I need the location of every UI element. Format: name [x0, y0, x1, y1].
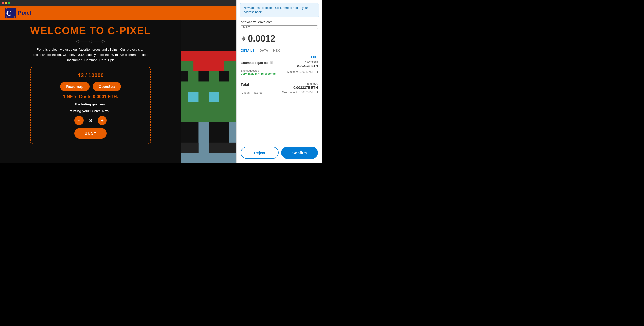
svg-rect-7	[181, 51, 236, 61]
svg-rect-16	[181, 143, 198, 153]
logo-container: C Pixel	[5, 8, 32, 18]
gas-fee-label: Estimated gas fee i	[241, 61, 273, 65]
likelihood-text: Very likely in < 15 seconds	[241, 72, 276, 75]
browser-bar	[0, 0, 236, 6]
tab-data[interactable]: DATA	[260, 47, 268, 54]
svg-rect-11	[219, 71, 229, 82]
total-row: Total 0.0033375 0.0033375 ETH	[241, 83, 318, 90]
opensea-button[interactable]: OpenSea	[93, 82, 121, 91]
tab-details[interactable]: DETAILS	[241, 47, 255, 54]
max-amount-label: Max amount:	[282, 91, 298, 94]
max-fee-text: Max fee: 0.0021375 ETH	[287, 70, 318, 73]
logo-icon: C	[5, 8, 16, 18]
total-values: 0.0033375 0.0033375 ETH	[293, 83, 318, 90]
website-panel: C Pixel WELCOME TO C-PIXEL ◇——◇——◇ For t…	[0, 0, 236, 163]
excluding-fees-text: Excluding gas fees.	[75, 102, 106, 106]
transaction-tabs: DETAILS DATA HEX	[237, 47, 322, 54]
close-dot[interactable]	[2, 2, 4, 4]
svg-rect-9	[181, 71, 188, 82]
expand-dot[interactable]	[8, 2, 10, 4]
metamask-panel: New address detected! Click here to add …	[236, 0, 322, 163]
minting-status-text: Minting your C-Pixel Nfts...	[70, 109, 111, 113]
total-label: Total	[241, 83, 249, 87]
busy-button[interactable]: BUSY	[74, 128, 107, 139]
action-buttons-row: Reject Confirm	[237, 143, 322, 163]
site-url: http://cpixel.eb2a.com	[237, 19, 322, 25]
cost-text: 1 NFTs Costs 0.0001 ETH.	[63, 94, 118, 99]
site-header: C Pixel	[0, 6, 236, 20]
supply-counter: 42 / 10000	[77, 72, 104, 79]
svg-rect-17	[209, 143, 236, 153]
svg-rect-2	[6, 8, 7, 9]
gas-fee-row: Estimated gas fee i 0.0021375 0.002138 E…	[241, 61, 318, 68]
roadmap-button[interactable]: Roadmap	[60, 82, 89, 91]
eth-diamond-icon	[241, 36, 246, 42]
transaction-badge: MINT	[241, 25, 318, 29]
svg-rect-4	[6, 16, 7, 18]
nft-image-panel	[181, 20, 236, 163]
max-fee-label: Max fee:	[287, 70, 298, 73]
tab-hex[interactable]: HEX	[273, 47, 280, 54]
address-notification[interactable]: New address detected! Click here to add …	[240, 3, 319, 17]
gas-fee-label-text: Estimated gas fee	[241, 61, 269, 65]
site-name: Pixel	[18, 10, 32, 16]
svg-rect-6	[181, 20, 236, 51]
section-divider	[241, 79, 318, 79]
quantity-counter: - 3 +	[74, 116, 107, 125]
max-amount-text: Max amount: 0.0033375 ETH	[282, 91, 318, 94]
site-content: WELCOME TO C-PIXEL ◇——◇——◇ For this proj…	[0, 20, 236, 163]
max-amount-value: 0.0033375 ETH	[299, 91, 318, 94]
reject-button[interactable]: Reject	[241, 147, 279, 159]
total-secondary: 0.0033375 ETH	[293, 86, 318, 90]
left-content: WELCOME TO C-PIXEL ◇——◇——◇ For this proj…	[0, 20, 181, 149]
increment-button[interactable]: +	[98, 116, 107, 125]
nft-pixel-art	[181, 20, 236, 163]
divider-line: ◇——◇——◇	[8, 38, 174, 44]
gas-fee-secondary: 0.002138 ETH	[297, 64, 318, 68]
quantity-value: 3	[88, 118, 94, 124]
svg-rect-10	[198, 71, 209, 82]
mint-box: 42 / 10000 Roadmap OpenSea 1 NFTs Costs …	[30, 67, 151, 144]
gas-fee-info-icon[interactable]: i	[270, 61, 273, 64]
max-fee-value: 0.0021375 ETH	[299, 70, 318, 73]
svg-rect-20	[193, 61, 224, 71]
project-description: For this project, we used our favorite h…	[30, 47, 151, 63]
svg-rect-12	[188, 92, 199, 102]
transaction-amount: 0.0012	[237, 31, 322, 47]
minimize-dot[interactable]	[5, 2, 7, 4]
gas-fee-section: Estimated gas fee i 0.0021375 0.002138 E…	[237, 59, 322, 77]
total-primary: 0.0033375	[293, 83, 318, 86]
edit-row: EDIT	[237, 54, 322, 59]
divider-symbol: ◇——◇——◇	[76, 38, 105, 44]
svg-text:C: C	[6, 9, 12, 17]
gas-fee-values: 0.0021375 0.002138 ETH	[297, 61, 318, 68]
gas-fee-primary: 0.0021375	[297, 61, 318, 64]
edit-button[interactable]: EDIT	[311, 55, 318, 59]
confirm-button[interactable]: Confirm	[281, 147, 318, 159]
amount-gas-label: Amount + gas fee	[241, 91, 263, 94]
action-buttons: Roadmap OpenSea	[60, 82, 121, 91]
svg-rect-3	[14, 16, 15, 18]
svg-rect-13	[209, 92, 219, 102]
welcome-title: WELCOME TO C-PIXEL	[30, 25, 151, 36]
eth-amount-value: 0.0012	[248, 33, 275, 44]
site-suggested-label: Site suggested	[241, 69, 276, 72]
decrement-button[interactable]: -	[74, 116, 84, 125]
total-section: Total 0.0033375 0.0033375 ETH Amount + g…	[237, 82, 322, 96]
